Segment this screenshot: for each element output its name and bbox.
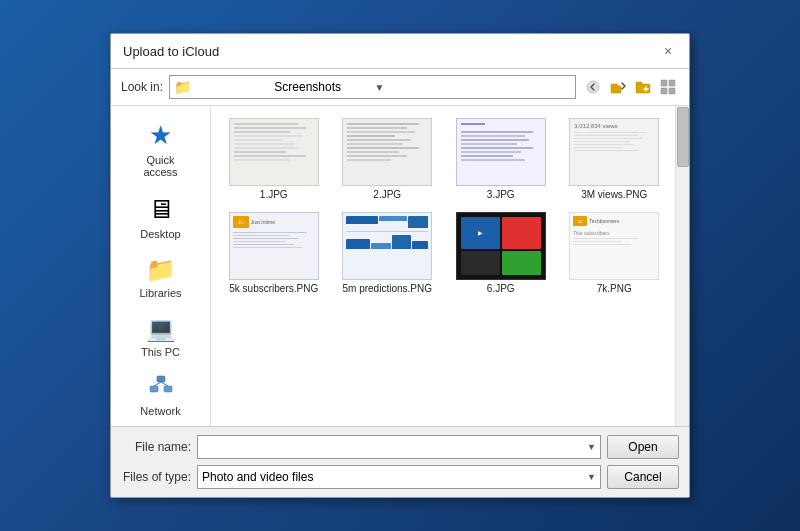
view-icon xyxy=(660,79,676,95)
sidebar-item-label-network: Network xyxy=(140,405,180,417)
dialog-title: Upload to iCloud xyxy=(123,44,219,59)
file-item[interactable]: ▶ 6.JPG xyxy=(446,208,556,298)
sidebar-item-network[interactable]: Network xyxy=(121,370,201,421)
file-grid: 1.JPG xyxy=(211,106,689,306)
network-svg-icon xyxy=(148,374,174,396)
file-type-row: Files of type: Photo and video files ▼ C… xyxy=(121,465,679,489)
svg-rect-8 xyxy=(669,88,675,94)
sidebar-item-label-quick-access: Quick access xyxy=(129,154,193,178)
file-thumbnail xyxy=(229,118,319,186)
up-icon xyxy=(610,79,626,95)
file-thumbnail xyxy=(342,212,432,280)
view-button[interactable] xyxy=(657,76,679,98)
file-name: 3M views.PNG xyxy=(581,189,647,200)
file-item[interactable]: 5m predictions.PNG xyxy=(333,208,443,298)
desktop-icon: 🖥 xyxy=(148,194,174,225)
bottom-bar: File name: ▼ Open Files of type: Photo a… xyxy=(111,426,689,497)
file-name: 6.JPG xyxy=(487,283,515,294)
svg-rect-6 xyxy=(669,80,675,86)
file-thumbnail xyxy=(342,118,432,186)
file-item[interactable]: 3,012,834 views 3M views.PNG xyxy=(560,114,670,204)
network-icon xyxy=(148,374,174,402)
close-button[interactable]: × xyxy=(659,42,677,60)
file-item[interactable]: JU Techboomers Title subscribers 7k.PNG xyxy=(560,208,670,298)
file-thumbnail: 3,012,834 views xyxy=(569,118,659,186)
svg-rect-7 xyxy=(661,88,667,94)
sidebar-item-this-pc[interactable]: 💻 This PC xyxy=(121,311,201,362)
up-button[interactable] xyxy=(607,76,629,98)
svg-line-13 xyxy=(161,382,168,386)
file-name-label: File name: xyxy=(121,440,191,454)
new-folder-button[interactable] xyxy=(632,76,654,98)
sidebar-item-quick-access[interactable]: ★ Quick access xyxy=(121,116,201,182)
toolbar-icons xyxy=(582,76,679,98)
file-item[interactable]: 1.JPG xyxy=(219,114,329,204)
back-icon xyxy=(586,80,600,94)
file-name-row: File name: ▼ Open xyxy=(121,435,679,459)
svg-rect-5 xyxy=(661,80,667,86)
file-name: 3.JPG xyxy=(487,189,515,200)
file-thumbnail xyxy=(456,118,546,186)
sidebar-item-label-desktop: Desktop xyxy=(140,228,180,240)
new-folder-icon xyxy=(635,79,651,95)
sidebar-item-label-this-pc: This PC xyxy=(141,346,180,358)
scrollbar-thumb[interactable] xyxy=(677,107,689,167)
cancel-button[interactable]: Cancel xyxy=(607,465,679,489)
sidebar-item-label-libraries: Libraries xyxy=(139,287,181,299)
current-folder-name: Screenshots xyxy=(274,80,370,94)
look-in-dropdown-arrow: ▼ xyxy=(375,82,571,93)
file-thumbnail: JU Just Intime xyxy=(229,212,319,280)
svg-rect-9 xyxy=(150,386,158,392)
file-name-input[interactable]: ▼ xyxy=(197,435,601,459)
this-pc-icon: 💻 xyxy=(146,315,176,343)
look-in-label: Look in: xyxy=(121,80,163,94)
folder-icon-small: 📁 xyxy=(174,79,270,95)
svg-point-0 xyxy=(587,81,599,93)
main-area: ★ Quick access 🖥 Desktop 📁 Libraries 💻 T… xyxy=(111,106,689,426)
libraries-icon: 📁 xyxy=(146,256,176,284)
svg-rect-11 xyxy=(157,376,165,382)
file-type-label: Files of type: xyxy=(121,470,191,484)
file-type-input[interactable]: Photo and video files ▼ xyxy=(197,465,601,489)
file-name: 5k subscribers.PNG xyxy=(229,283,318,294)
look-in-dropdown[interactable]: 📁 Screenshots ▼ xyxy=(169,75,576,99)
file-item[interactable]: JU Just Intime 5k subscribers.PNG xyxy=(219,208,329,298)
current-folder-display: 📁 Screenshots xyxy=(174,79,370,95)
open-button[interactable]: Open xyxy=(607,435,679,459)
file-thumbnail: ▶ xyxy=(456,212,546,280)
file-thumbnail: JU Techboomers Title subscribers xyxy=(569,212,659,280)
file-type-dropdown-arrow: ▼ xyxy=(587,472,596,482)
file-name-dropdown-arrow: ▼ xyxy=(587,442,596,452)
back-button[interactable] xyxy=(582,76,604,98)
svg-rect-4 xyxy=(636,82,642,85)
file-item[interactable]: 2.JPG xyxy=(333,114,443,204)
sidebar: ★ Quick access 🖥 Desktop 📁 Libraries 💻 T… xyxy=(111,106,211,426)
upload-dialog: Upload to iCloud × Look in: 📁 Screenshot… xyxy=(110,33,690,498)
file-area: 1.JPG xyxy=(211,106,689,426)
look-in-bar: Look in: 📁 Screenshots ▼ xyxy=(111,69,689,106)
file-name: 5m predictions.PNG xyxy=(343,283,432,294)
svg-line-12 xyxy=(154,382,161,386)
file-name: 2.JPG xyxy=(373,189,401,200)
file-name: 7k.PNG xyxy=(597,283,632,294)
title-bar: Upload to iCloud × xyxy=(111,34,689,69)
quick-access-icon: ★ xyxy=(149,120,172,151)
file-name: 1.JPG xyxy=(260,189,288,200)
file-type-value: Photo and video files xyxy=(202,470,313,484)
svg-rect-2 xyxy=(611,84,618,87)
scrollbar[interactable] xyxy=(675,106,689,426)
svg-rect-10 xyxy=(164,386,172,392)
sidebar-item-libraries[interactable]: 📁 Libraries xyxy=(121,252,201,303)
sidebar-item-desktop[interactable]: 🖥 Desktop xyxy=(121,190,201,244)
file-item[interactable]: 3.JPG xyxy=(446,114,556,204)
